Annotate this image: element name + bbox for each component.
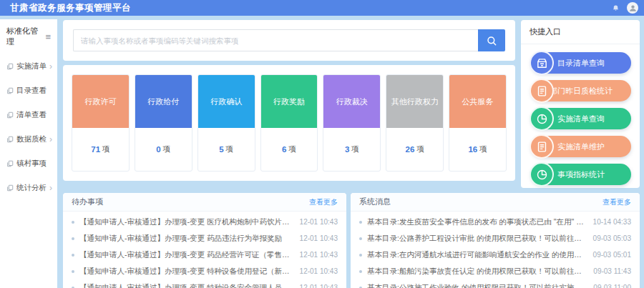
- todo-item-time: 12-01 10:43: [300, 284, 338, 288]
- sidebar-item[interactable]: 目录查看 ›: [0, 79, 57, 103]
- message-item-time: 09-03 05:01: [593, 251, 631, 259]
- document-icon: [530, 79, 554, 103]
- category-card[interactable]: 行政裁决 3 项: [323, 74, 381, 172]
- category-count-number: 26: [406, 145, 415, 154]
- todo-item[interactable]: 【通知申请人-审核通过】办理项-变更 药品违法行为举报奖励 12-01 10:4…: [63, 230, 346, 247]
- message-item[interactable]: 基本目录:船舶污染事故责任认定 的使用权限已获取！可以前往实施清单维护页面对目录…: [351, 263, 640, 279]
- category-count-number: 71: [91, 145, 100, 154]
- category-count-unit: 项: [163, 144, 171, 154]
- quick-entry-panel: 快捷入口 目录清单查询 部门昨日质检统计: [521, 20, 640, 188]
- search-panel: [63, 20, 515, 61]
- todo-item-time: 12-01 10:43: [300, 234, 338, 242]
- pie-chart-icon: [530, 106, 554, 131]
- file-icon: [6, 160, 14, 167]
- quick-entry-button[interactable]: 部门昨日质检统计: [531, 80, 631, 101]
- app-title: 甘肃省政务服务事项管理平台: [10, 2, 131, 14]
- sidebar-item[interactable]: 镇村事项下放 ›: [0, 152, 57, 176]
- category-count: 6 项: [261, 128, 318, 171]
- sidebar-item-label: 数据质检: [16, 134, 47, 144]
- sidebar-header: 标准化管理 ≡: [0, 19, 57, 54]
- bullet-dot-icon: [72, 221, 74, 224]
- todo-item-time: 12-01 10:43: [300, 251, 338, 259]
- category-label: 行政给付: [135, 75, 192, 128]
- messages-view-more-link[interactable]: 查看更多: [602, 197, 631, 207]
- todo-item[interactable]: 【通知申请人-审核通过】办理项-变更 药品经营许可证（零售）换发 12-01 1…: [63, 247, 346, 263]
- main-content: 行政许可 71 项 行政给付 0 项: [57, 16, 644, 288]
- category-card[interactable]: 其他行政权力 26 项: [386, 74, 444, 172]
- message-item-text: 基本目录:船舶污染事故责任认定 的使用权限已获取！可以前往实施清单维护页面对目录…: [367, 267, 586, 277]
- chevron-right-icon: ›: [49, 184, 52, 192]
- category-label: 行政许可: [72, 75, 129, 128]
- category-card[interactable]: 行政确认 5 项: [197, 74, 255, 172]
- message-item-text: 基本目录:发生疫苗安全事件信息的发布 的事项状态已由 "在用" 改为 "取消"！…: [367, 217, 586, 227]
- category-count-unit: 项: [288, 144, 296, 154]
- user-avatar[interactable]: [627, 2, 638, 14]
- bullet-dot-icon: [359, 254, 362, 257]
- bullet-dot-icon: [359, 221, 362, 224]
- todo-panel: 待办事项 查看更多 【通知申请人-审核通过】办理项-变更 医疗机构炮制中药饮片备…: [63, 193, 346, 288]
- todo-item[interactable]: 【通知申请人-审核通过】办理项-变更 医疗机构炮制中药饮片备案 12-01 10…: [63, 214, 346, 230]
- todo-view-more-link[interactable]: 查看更多: [309, 197, 338, 207]
- todo-item-text: 【通知申请人-审核通过】办理项-变更 药品违法行为举报奖励: [79, 234, 293, 244]
- system-messages-panel: 系统消息 查看更多 基本目录:发生疫苗安全事件信息的发布 的事项状态已由 "在用…: [351, 193, 640, 288]
- todo-item[interactable]: 【通知申请人-审核通过】办理项-变更 特种设备使用登记（新办） 12-01 10…: [63, 263, 346, 279]
- todo-item-text: 【通知申请人-审核通过】办理项-变更 特种设备使用登记（新办）: [79, 267, 293, 277]
- todo-item[interactable]: 【通知申请人-审核通过】办理项-变更 特种设备安全管理人员和作业人员资格认定（取…: [63, 279, 346, 288]
- search-button[interactable]: [478, 29, 505, 51]
- category-count-number: 0: [156, 145, 160, 154]
- quick-entry-button[interactable]: 目录清单查询: [531, 52, 631, 74]
- category-label: 其他行政权力: [386, 75, 443, 128]
- category-label: 行政裁决: [323, 75, 380, 128]
- category-label: 公共服务: [449, 75, 506, 128]
- message-item[interactable]: 基本目录:在内河通航水域进行可能影响通航安全的作业 的使用权限已获取！可以前往实…: [351, 247, 640, 263]
- quick-entry-button-label: 部门昨日质检统计: [550, 86, 613, 96]
- message-item-time: 10-14 04:33: [593, 218, 631, 226]
- message-item-time: 09-03 11:43: [593, 267, 631, 275]
- quick-entry-button-label: 事项指标统计: [557, 169, 605, 180]
- message-item-time: 09-03 05:03: [593, 234, 631, 242]
- quick-entry-button[interactable]: 实施清单查询: [531, 108, 631, 129]
- quick-entry-button[interactable]: 实施清单维护: [531, 136, 631, 157]
- category-label: 行政确认: [198, 75, 255, 128]
- message-item[interactable]: 基本目录:公路施工作业验收 的使用权限已获取！可以前往实施清单维护页面对目录进行…: [351, 279, 640, 288]
- message-item[interactable]: 基本目录:发生疫苗安全事件信息的发布 的事项状态已由 "在用" 改为 "取消"！…: [351, 214, 640, 230]
- sidebar-item[interactable]: 数据质检 ›: [0, 127, 57, 152]
- todo-item-time: 12-01 10:43: [300, 218, 338, 226]
- category-cards-panel: 行政许可 71 项 行政给付 0 项: [63, 65, 515, 181]
- quick-entry-button[interactable]: 事项指标统计: [531, 164, 631, 185]
- category-count-unit: 项: [351, 144, 359, 154]
- sidebar: 标准化管理 ≡ 实施清单 › 目录查看 › 清单查看 ›: [0, 19, 57, 288]
- sidebar-item[interactable]: 清单查看 ›: [0, 103, 57, 127]
- sidebar-item[interactable]: 统计分析 ›: [0, 176, 57, 200]
- bullet-dot-icon: [72, 254, 74, 257]
- bullet-dot-icon: [359, 237, 362, 240]
- category-card[interactable]: 公共服务 16 项: [449, 74, 507, 172]
- quick-entry-title: 快捷入口: [521, 20, 640, 44]
- category-count-unit: 项: [226, 144, 234, 154]
- category-count: 5 项: [198, 128, 255, 171]
- category-count-number: 5: [219, 145, 223, 154]
- category-label: 行政奖励: [261, 75, 318, 128]
- sidebar-title: 标准化管理: [6, 26, 45, 47]
- category-card[interactable]: 行政奖励 6 项: [260, 74, 318, 172]
- sidebar-item-label: 目录查看: [16, 86, 47, 96]
- category-count: 16 项: [449, 128, 506, 171]
- menu-icon[interactable]: ≡: [45, 31, 51, 42]
- sidebar-item[interactable]: 实施清单 ›: [0, 54, 57, 79]
- todo-title: 待办事项: [72, 197, 103, 207]
- sidebar-item-label: 镇村事项下放: [16, 159, 47, 169]
- message-item-text: 基本目录:公路养护工程设计审批 的使用权限已获取！可以前往实施清单维护页面对目录…: [367, 234, 586, 244]
- category-card[interactable]: 行政许可 71 项: [72, 74, 130, 172]
- category-count: 0 项: [135, 128, 192, 171]
- category-count-number: 6: [282, 145, 286, 154]
- todo-item-text: 【通知申请人-审核通过】办理项-变更 医疗机构炮制中药饮片备案: [79, 217, 293, 227]
- file-icon: [6, 63, 14, 70]
- search-input[interactable]: [73, 29, 478, 51]
- todo-item-text: 【通知申请人-审核通过】办理项-变更 特种设备安全管理人员和作业人员资格认定（取…: [79, 283, 293, 288]
- category-card[interactable]: 行政给付 0 项: [135, 74, 192, 172]
- notification-bell-icon[interactable]: [612, 4, 620, 12]
- quick-entry-button-label: 实施清单查询: [557, 114, 605, 124]
- chevron-right-icon: ›: [49, 135, 52, 144]
- top-header: 甘肃省政务服务事项管理平台: [0, 0, 644, 16]
- message-item[interactable]: 基本目录:公路养护工程设计审批 的使用权限已获取！可以前往实施清单维护页面对目录…: [351, 230, 640, 247]
